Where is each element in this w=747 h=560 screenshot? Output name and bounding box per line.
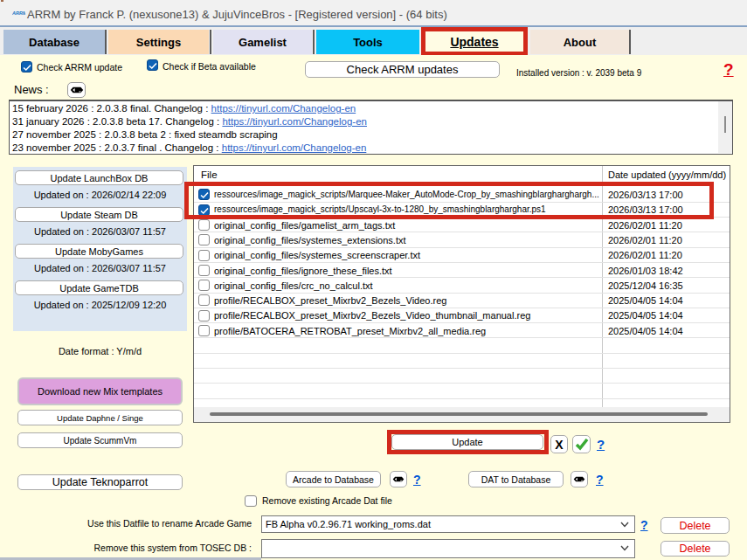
svg-text:ARRM: ARRM [12,10,25,16]
